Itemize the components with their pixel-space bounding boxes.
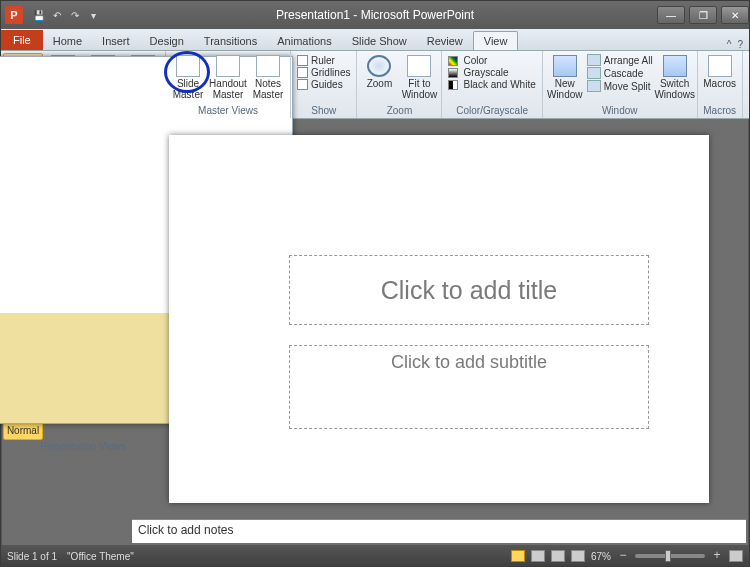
- tab-design[interactable]: Design: [140, 32, 194, 50]
- zoom-slider[interactable]: [635, 554, 705, 558]
- group-label-window: Window: [545, 104, 695, 118]
- status-bar: Slide 1 of 1 "Office Theme" 67% − +: [1, 546, 749, 566]
- view-reading-icon[interactable]: [551, 550, 565, 562]
- tab-insert[interactable]: Insert: [92, 32, 140, 50]
- arrange-all-button[interactable]: Arrange All: [587, 54, 653, 66]
- guides-checkbox[interactable]: [297, 79, 308, 90]
- status-slide-info: Slide 1 of 1: [7, 551, 57, 562]
- zoom-out-icon[interactable]: −: [617, 550, 629, 562]
- tab-view[interactable]: View: [473, 31, 519, 50]
- close-button[interactable]: ✕: [721, 6, 749, 24]
- group-master-views: Slide Master Handout Master Notes Master…: [166, 51, 291, 118]
- editor-area: Click to add title Click to add subtitle…: [130, 119, 748, 545]
- group-label-master-views: Master Views: [168, 104, 288, 118]
- ribbon-minimize-icon[interactable]: ^: [727, 39, 732, 50]
- arrange-all-label: Arrange All: [604, 55, 653, 66]
- cascade-icon: [587, 67, 601, 79]
- cascade-button[interactable]: Cascade: [587, 67, 653, 79]
- tab-home[interactable]: Home: [43, 32, 92, 50]
- quick-access-toolbar: 💾 ↶ ↷ ▾: [31, 7, 101, 23]
- normal-label: Normal: [7, 426, 39, 437]
- new-window-icon: [553, 55, 577, 77]
- slide-master-icon: [176, 55, 200, 77]
- slide-master-button[interactable]: Slide Master: [168, 53, 208, 102]
- qat-dropdown-icon[interactable]: ▾: [85, 7, 101, 23]
- tab-transitions[interactable]: Transitions: [194, 32, 267, 50]
- color-label: Color: [463, 55, 487, 66]
- fit-to-window-icon[interactable]: [729, 550, 743, 562]
- arrange-all-icon: [587, 54, 601, 66]
- group-zoom: Zoom Fit to Window Zoom: [357, 51, 442, 118]
- gridlines-checkbox[interactable]: [297, 67, 308, 78]
- app-icon: P: [5, 6, 23, 24]
- view-sorter-icon[interactable]: [531, 550, 545, 562]
- tab-file[interactable]: File: [1, 30, 43, 50]
- maximize-button[interactable]: ❐: [689, 6, 717, 24]
- minimize-button[interactable]: —: [657, 6, 685, 24]
- slide-canvas[interactable]: Click to add title Click to add subtitle: [169, 135, 709, 503]
- tab-animations[interactable]: Animations: [267, 32, 341, 50]
- handout-master-icon: [216, 55, 240, 77]
- undo-icon[interactable]: ↶: [49, 7, 65, 23]
- macros-label: Macros: [703, 79, 736, 90]
- new-window-button[interactable]: New Window: [545, 53, 585, 102]
- switch-windows-button[interactable]: Switch Windows: [655, 53, 695, 102]
- switch-windows-label: Switch Windows: [654, 79, 695, 100]
- normal-button[interactable]: Normal: [3, 53, 43, 440]
- move-split-button[interactable]: Move Split: [587, 80, 653, 92]
- gridlines-checkbox-row[interactable]: Gridlines: [297, 67, 350, 78]
- color-button[interactable]: Color: [448, 55, 535, 66]
- color-icon: [448, 56, 458, 66]
- guides-checkbox-row[interactable]: Guides: [297, 79, 350, 90]
- switch-windows-icon: [663, 55, 687, 77]
- ruler-checkbox-row[interactable]: Ruler: [297, 55, 350, 66]
- group-label-show: Show: [293, 104, 354, 118]
- group-presentation-views: Normal Slide Sorter Notes Page Reading V…: [1, 51, 166, 118]
- app-window: P 💾 ↶ ↷ ▾ Presentation1 - Microsoft Powe…: [0, 0, 750, 567]
- zoom-label: Zoom: [367, 79, 393, 90]
- help-icon[interactable]: ?: [737, 39, 743, 50]
- fit-window-icon: [407, 55, 431, 77]
- grayscale-button[interactable]: Grayscale: [448, 67, 535, 78]
- title-placeholder[interactable]: Click to add title: [289, 255, 649, 325]
- window-controls: — ❐ ✕: [653, 6, 749, 24]
- status-theme: "Office Theme": [67, 551, 134, 562]
- notes-master-button[interactable]: Notes Master: [248, 53, 288, 102]
- subtitle-placeholder[interactable]: Click to add subtitle: [289, 345, 649, 429]
- gridlines-label: Gridlines: [311, 67, 350, 78]
- blackwhite-button[interactable]: Black and White: [448, 79, 535, 90]
- handout-master-button[interactable]: Handout Master: [208, 53, 248, 102]
- ribbon: Normal Slide Sorter Notes Page Reading V…: [1, 51, 749, 119]
- group-label-macros: Macros: [700, 104, 740, 118]
- tab-slideshow[interactable]: Slide Show: [342, 32, 417, 50]
- title-bar: P 💾 ↶ ↷ ▾ Presentation1 - Microsoft Powe…: [1, 1, 749, 29]
- notes-master-icon: [256, 55, 280, 77]
- fit-window-label: Fit to Window: [400, 79, 438, 100]
- redo-icon[interactable]: ↷: [67, 7, 83, 23]
- tab-review[interactable]: Review: [417, 32, 473, 50]
- group-show: Ruler Gridlines Guides Show: [291, 51, 357, 118]
- notes-pane[interactable]: Click to add notes: [132, 519, 746, 543]
- group-macros: Macros Macros: [698, 51, 743, 118]
- macros-icon: [708, 55, 732, 77]
- zoom-button[interactable]: Zoom: [359, 53, 399, 92]
- save-icon[interactable]: 💾: [31, 7, 47, 23]
- grayscale-label: Grayscale: [463, 67, 508, 78]
- fit-window-button[interactable]: Fit to Window: [399, 53, 439, 102]
- zoom-in-icon[interactable]: +: [711, 550, 723, 562]
- macros-button[interactable]: Macros: [700, 53, 740, 92]
- blackwhite-label: Black and White: [463, 79, 535, 90]
- cascade-label: Cascade: [604, 68, 643, 79]
- group-label-color: Color/Grayscale: [444, 104, 539, 118]
- view-normal-icon[interactable]: [511, 550, 525, 562]
- ruler-label: Ruler: [311, 55, 335, 66]
- handout-master-label: Handout Master: [209, 79, 247, 100]
- zoom-slider-thumb[interactable]: [665, 550, 671, 562]
- group-label-presentation-views: Presentation Views: [3, 440, 163, 454]
- ruler-checkbox[interactable]: [297, 55, 308, 66]
- view-slideshow-icon[interactable]: [571, 550, 585, 562]
- move-split-icon: [587, 80, 601, 92]
- slide-master-label: Slide Master: [169, 79, 207, 100]
- guides-label: Guides: [311, 79, 343, 90]
- zoom-percent[interactable]: 67%: [591, 551, 611, 562]
